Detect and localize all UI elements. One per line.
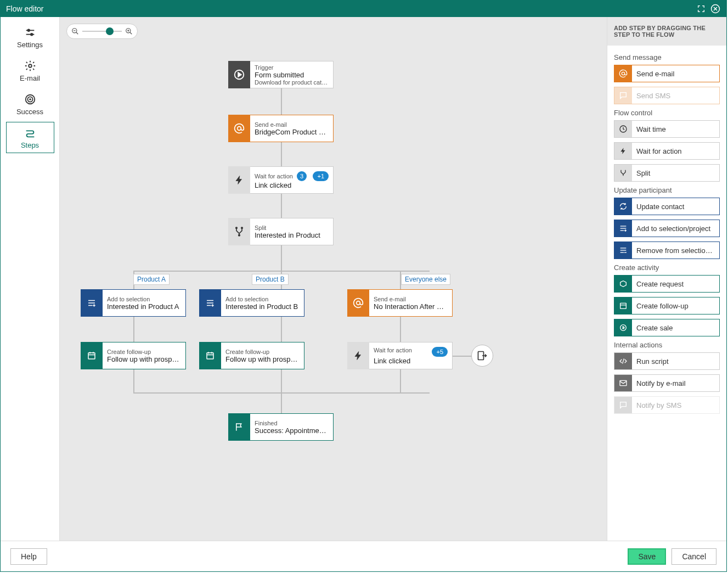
step-wait-action[interactable]: Wait for action [614,142,720,160]
svg-line-10 [76,32,78,35]
step-wait-time[interactable]: Wait time [614,120,720,138]
node-wait-action-c[interactable]: Wait for action +5 Link clicked [347,342,453,369]
node-send-email-1[interactable]: Send e-mail BridgeCom Product Cata... [228,115,334,142]
chat-icon [614,397,632,413]
step-label: Run script [632,357,719,366]
help-button[interactable]: Help [10,548,47,565]
node-small: Create follow-up [225,349,300,355]
svg-point-19 [241,227,243,229]
node-main: Link clicked [374,357,448,365]
zoom-out-icon[interactable] [71,27,79,35]
zoom-control[interactable] [66,24,138,39]
step-send-email[interactable]: Send e-mail [614,65,720,82]
flag-icon [228,413,250,441]
nav-settings[interactable]: Settings [6,21,54,53]
step-add-selection[interactable]: Add to selection/project [614,220,720,237]
nav-email[interactable]: E-mail [6,55,54,86]
node-main: Success: Appointment cr... [255,426,329,435]
step-remove-selection[interactable]: Remove from selection/... [614,241,720,259]
connector [133,271,430,272]
save-button[interactable]: Save [628,548,666,565]
node-add-selection-b[interactable]: Add to selection Interested in Product B [199,289,304,317]
step-notify-email[interactable]: Notify by e-mail [614,374,720,392]
node-main: Interested in Product B [225,302,300,311]
step-label: Update contact [632,203,719,211]
ticket-icon [614,276,632,292]
node-wait-action-1[interactable]: Wait for action 3 +1 Link clicked [228,166,334,194]
badge-count: 3 [297,171,307,181]
step-label: Remove from selection/... [632,246,719,255]
footer: Help Save Cancel [1,541,726,571]
titlebar: Flow editor [1,1,726,17]
step-label: Wait for action [632,147,719,155]
step-label: Split [632,169,719,177]
cancel-button[interactable]: Cancel [671,548,716,565]
bolt-icon [614,143,632,159]
step-split[interactable]: Split [614,164,720,182]
node-followup-a[interactable]: Create follow-up Follow up with prospect… [81,342,186,369]
target-icon [8,93,53,105]
node-main: Form submitted [255,71,329,79]
node-small: Wait for action +5 [374,347,448,357]
node-trigger[interactable]: Trigger Form submitted Download for prod… [228,61,334,88]
step-label: Notify by e-mail [632,379,719,387]
nav-success[interactable]: Success [6,88,54,120]
connector [133,392,430,394]
nav-steps-label: Steps [8,141,53,149]
node-small: Download for product catalog [255,79,329,86]
step-notify-sms: Notify by SMS [614,396,720,414]
node-main: No Interaction After Cata... [374,302,448,311]
step-create-followup[interactable]: Create follow-up [614,297,720,314]
bolt-icon [228,166,250,194]
step-update-contact[interactable]: Update contact [614,198,720,215]
node-small: Split [255,224,329,231]
svg-point-42 [622,72,624,75]
node-main: BridgeCom Product Cata... [255,128,329,136]
zoom-in-icon[interactable] [125,27,133,35]
svg-point-4 [30,33,32,36]
step-label: Notify by SMS [632,401,719,409]
badge-plus: +1 [313,171,329,181]
exit-node-icon[interactable] [471,345,493,367]
zoom-slider[interactable] [82,31,122,32]
node-small: Finished [255,420,329,426]
calendar-icon [199,342,221,369]
node-split[interactable]: Split Interested in Product [228,218,334,245]
nav-email-label: E-mail [8,74,53,82]
play-icon [228,61,250,88]
branch-label-c: Everyone else [401,274,450,285]
node-finished[interactable]: Finished Success: Appointment cr... [228,413,334,441]
node-add-selection-a[interactable]: Add to selection Interested in Product A [81,289,186,317]
node-send-email-c[interactable]: Send e-mail No Interaction After Cata... [347,289,453,317]
code-icon [614,353,632,369]
at-icon [347,289,369,317]
split-icon [614,165,632,181]
svg-line-13 [130,32,132,35]
svg-point-5 [29,64,32,68]
nav-steps[interactable]: Steps [6,122,54,153]
step-run-script[interactable]: Run script [614,352,720,370]
svg-rect-32 [88,353,95,359]
step-label: Add to selection/project [632,224,719,233]
svg-rect-53 [620,303,627,308]
editor-body: Settings E-mail Success Steps [1,17,726,541]
step-label: Wait time [632,125,719,133]
close-icon[interactable] [710,3,721,14]
step-create-request[interactable]: Create request [614,275,720,293]
split-icon [228,218,250,245]
bolt-icon [347,342,369,369]
steps-icon [8,127,53,139]
node-main: Follow up with prospect ... [225,355,300,363]
step-label: Send SMS [632,92,719,100]
node-main: Follow up with prospect ... [107,355,181,363]
step-create-sale[interactable]: Create sale [614,319,720,336]
svg-point-31 [357,301,360,305]
node-followup-b[interactable]: Create follow-up Follow up with prospect… [199,342,304,369]
node-small: Send e-mail [374,296,448,302]
node-main: Interested in Product A [107,302,181,311]
section-internal-actions: Internal actions [614,341,720,349]
flow-canvas[interactable]: Product A Product B Everyone else Trigge… [60,17,607,541]
branch-label-a: Product A [133,274,170,285]
svg-point-18 [236,227,238,229]
fullscreen-icon[interactable] [696,3,707,14]
